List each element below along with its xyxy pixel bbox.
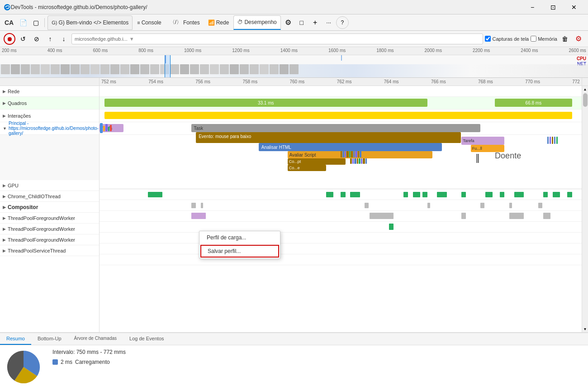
right-scrollbar: ▲ ▼ <box>582 86 588 332</box>
download-btn[interactable]: ↓ <box>58 33 70 45</box>
ruler-tick-200: 200 ms <box>2 48 17 53</box>
record-btn[interactable]: ⏺ <box>4 33 15 45</box>
track-label-pool3[interactable]: ▶ ThreadPoolForegroundWorker <box>0 234 99 245</box>
arrow-icon-gpu: ▶ <box>3 183 6 188</box>
tab-log[interactable]: Log de Eventos <box>123 333 170 345</box>
code-icon: G) <box>52 20 57 25</box>
dock-btn[interactable]: 📄 <box>17 17 29 29</box>
scroll-down-btn[interactable]: ▼ <box>582 326 588 332</box>
task-bar-coe[interactable]: Co...e <box>288 165 326 171</box>
track-label-pool2[interactable]: ▶ ThreadPoolForegroundWorker <box>0 224 99 234</box>
minimize-btn[interactable]: − <box>522 0 543 14</box>
clear-btn[interactable]: ⊘ <box>31 33 43 45</box>
tab-bem-vindo[interactable]: G) G) Bem-vindo </> Elementos <box>47 15 133 30</box>
tab-bar: CA 📄 ▢ G) G) Bem-vindo </> Elementos ≡ C… <box>0 14 588 31</box>
arrow-icon-chrome: ▶ <box>3 194 6 199</box>
captures-checkbox[interactable] <box>485 36 491 42</box>
ruler-tick-600: 600 ms <box>93 48 108 53</box>
kebab-menu-btn[interactable]: ··· <box>322 16 335 29</box>
track-viz-compositor <box>100 211 582 222</box>
upload-btn[interactable]: ↑ <box>44 33 56 45</box>
track-label-service[interactable]: ▶ ThreadPoolServiceThread <box>0 245 99 256</box>
context-menu-item-load-profile[interactable]: Perfil de carga... <box>199 231 280 244</box>
detail-ruler: 752 ms 754 ms 756 ms 758 ms 760 ms 762 m… <box>0 78 588 86</box>
track-label-main-row5 <box>0 171 99 180</box>
title-text: DevTools - microsoftedge.github.io/Demos… <box>11 4 522 10</box>
track-label-rede[interactable]: ▶ Rede <box>0 86 99 97</box>
arrow-icon-quadros: ▶ <box>3 101 6 105</box>
maximize-btn[interactable]: ⊡ <box>543 0 564 14</box>
track-label-quadros[interactable]: ▶ Quadros <box>0 97 99 110</box>
task-bar-full[interactable]: Fu...ll <box>471 145 505 152</box>
ruler-tick-1400: 1400 ms <box>280 48 298 53</box>
tab-resumo[interactable]: Resumo <box>0 333 31 345</box>
tab-desempenho[interactable]: ⏱ Desempenho <box>233 15 280 30</box>
memoria-checkbox-label[interactable]: Memória <box>531 36 557 42</box>
settings-tab[interactable]: ⚙ <box>282 16 294 29</box>
frame-bar-1[interactable]: 33.1 ms <box>104 99 427 107</box>
add-tab-btn[interactable]: + <box>309 16 322 29</box>
tick-760: 760 ms <box>290 79 305 84</box>
scroll-thumb[interactable] <box>583 93 588 107</box>
bottom-content: Intervalo: 750 mms - 772 mms 2 ms Carreg… <box>0 345 588 391</box>
scroll-up-btn[interactable]: ▲ <box>582 86 588 92</box>
help-btn[interactable]: ? <box>336 16 349 29</box>
close-btn[interactable]: ✕ <box>564 0 584 14</box>
track-viz-pool1 <box>100 222 582 233</box>
task-bar-copt[interactable]: Co...pt <box>288 158 346 165</box>
colored-blocks-mid <box>341 151 361 157</box>
frame-bar-2[interactable]: 66.8 ms <box>495 99 572 107</box>
ca-badge[interactable]: CA <box>2 15 16 30</box>
track-label-interacoes[interactable]: ▶ Interações <box>0 110 99 122</box>
track-label-main-row1 <box>0 135 99 144</box>
ruler-tick-1600: 1600 ms <box>328 48 346 53</box>
ruler-tick-2600: 2600 ms <box>569 48 586 53</box>
tab-arvore[interactable]: Árvore de Chamadas <box>68 333 123 345</box>
save-indicator <box>389 224 394 230</box>
ruler-tick-1000: 1000 ms <box>184 48 201 53</box>
tick-766: 766 ms <box>431 79 446 84</box>
tab-bottom-up[interactable]: Bottom-Up <box>31 333 68 345</box>
task-bar-analisar-html[interactable]: Analisar HTML <box>259 143 442 151</box>
task-bar-tarefa-right[interactable]: Tarefa <box>461 137 505 145</box>
reload-btn[interactable]: ↺ <box>17 33 29 45</box>
track-label-chrome-child[interactable]: ▶ Chrome_ChildIOThread <box>0 191 99 202</box>
dropdown-arrow-icon[interactable]: ▼ <box>129 36 134 42</box>
memoria-checkbox[interactable] <box>531 36 536 42</box>
interaction-bar[interactable] <box>104 112 572 119</box>
interval-text: Intervalo: 750 mms - 772 mms <box>52 349 126 355</box>
track-label-compositor[interactable]: ▶ Compositor <box>0 202 99 213</box>
track-label-principal[interactable]: ▼ Principal - https://microsoftedge.gith… <box>0 122 99 135</box>
tick-770: 770 ms <box>525 79 540 84</box>
ruler-tick-2400: 2400 ms <box>521 48 538 53</box>
ruler-tick-1200: 1200 ms <box>232 48 249 53</box>
tab-fontes[interactable]: 〈/〉 Fontes <box>166 15 204 30</box>
tab-console[interactable]: ≡ Console <box>133 15 165 30</box>
delete-btn[interactable]: 🗑 <box>559 33 571 45</box>
tick-764: 764 ms <box>384 79 399 84</box>
track-viz-principal-header: Tarefa Task Evento: mouse para baixo <box>100 122 582 135</box>
overview-ruler: 200 ms 400 ms 600 ms 800 ms 1000 ms 1200… <box>0 47 588 55</box>
cpu-label: CPU <box>577 56 586 61</box>
cpu-spike <box>165 55 166 63</box>
task-bar-evento[interactable]: Evento: mouse para baixo <box>196 132 461 140</box>
task-bar-task2[interactable]: Task <box>191 124 481 132</box>
gear-settings-btn[interactable]: ⚙ <box>573 33 584 45</box>
track-label-gpu[interactable]: ▶ GPU <box>0 180 99 191</box>
track-label-pool1[interactable]: ▶ ThreadPoolForegroundWorker <box>0 213 99 224</box>
tick-754: 754 ms <box>148 79 163 84</box>
context-menu-item-save-profile[interactable]: Salvar perfil... <box>200 245 279 257</box>
devices-tab[interactable]: □ <box>295 16 308 29</box>
ruler-tick-2000: 2000 ms <box>425 48 442 53</box>
captures-checkbox-label[interactable]: Capturas de tela <box>485 36 529 42</box>
summary-item-carregamento: 2 ms Carregamento <box>52 359 126 365</box>
tab-rede[interactable]: 📶 Rede <box>204 15 233 30</box>
panel-btn[interactable]: ▢ <box>30 17 42 29</box>
ruler-tick-2200: 2200 ms <box>473 48 490 53</box>
overview-content[interactable]: CPU NET <box>0 55 588 78</box>
track-viz-pool2 <box>100 233 582 243</box>
carregamento-label: Carregamento <box>75 359 110 365</box>
track-viz-chrome <box>100 200 582 211</box>
track-viz-area[interactable]: 33.1 ms 66.8 ms Tarefa <box>100 86 582 332</box>
url-bar: microsoftedge.github.i... ▼ <box>71 33 483 44</box>
